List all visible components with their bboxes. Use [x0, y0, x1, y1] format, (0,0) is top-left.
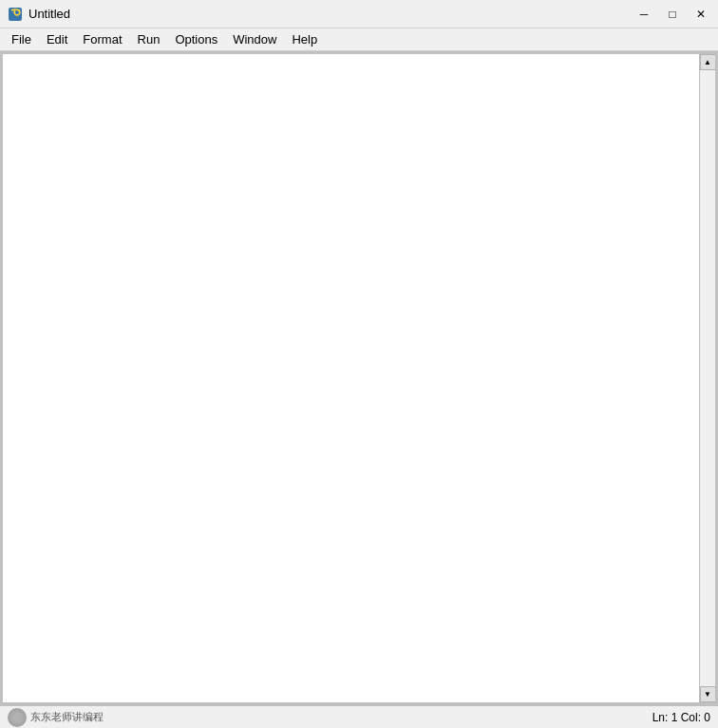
window-title: Untitled	[28, 7, 70, 21]
minimize-button[interactable]: ─	[631, 4, 657, 25]
status-left: 东东老师讲编程	[8, 708, 104, 727]
maximize-button[interactable]: □	[659, 4, 686, 25]
watermark-icon	[8, 708, 27, 727]
editor-textarea[interactable]	[3, 54, 699, 702]
svg-point-1	[18, 9, 20, 11]
menu-item-format[interactable]: Format	[75, 30, 129, 48]
close-button[interactable]: ✕	[688, 4, 714, 25]
menu-bar: File Edit Format Run Options Window Help	[0, 28, 718, 51]
menu-item-window[interactable]: Window	[225, 30, 284, 48]
scrollbar-track: ▲ ▼	[699, 54, 715, 702]
watermark-text: 东东老师讲编程	[30, 710, 104, 724]
python-idle-icon	[8, 7, 23, 22]
menu-item-options[interactable]: Options	[167, 30, 225, 48]
status-bar: 东东老师讲编程 Ln: 1 Col: 0	[0, 705, 718, 728]
editor-container: ▲ ▼	[2, 53, 716, 703]
status-position: Ln: 1 Col: 0	[652, 711, 710, 724]
menu-item-file[interactable]: File	[4, 30, 39, 48]
title-bar: Untitled ─ □ ✕	[0, 0, 718, 28]
title-bar-controls: ─ □ ✕	[631, 4, 714, 25]
menu-item-edit[interactable]: Edit	[39, 30, 75, 48]
menu-item-run[interactable]: Run	[130, 30, 168, 48]
menu-item-help[interactable]: Help	[284, 30, 325, 48]
title-bar-left: Untitled	[8, 7, 70, 22]
scrollbar-up-arrow[interactable]: ▲	[700, 54, 716, 70]
scrollbar-down-arrow[interactable]: ▼	[700, 686, 716, 702]
